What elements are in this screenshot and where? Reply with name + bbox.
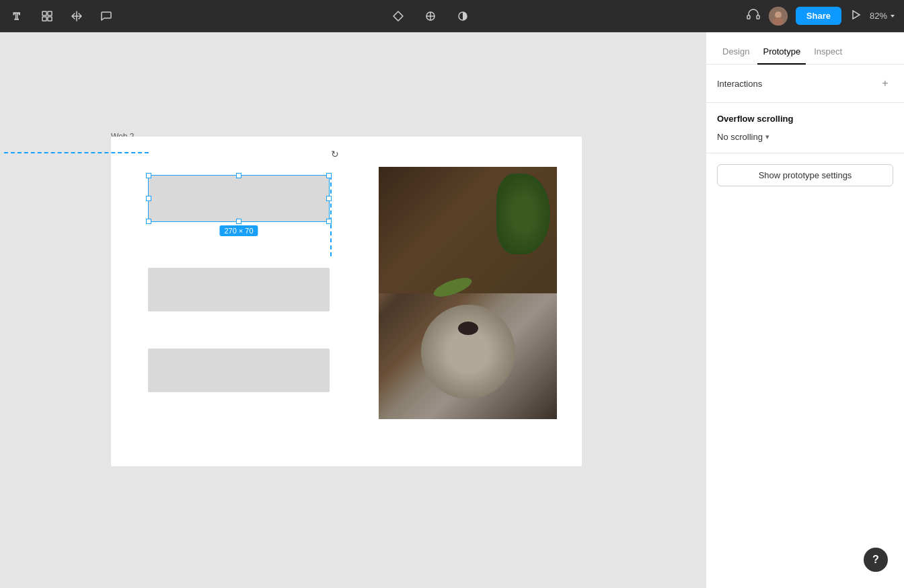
toolbar-center [116, 7, 746, 26]
svg-rect-4 [48, 17, 52, 21]
headphone-icon[interactable] [746, 7, 761, 25]
contrast-tool[interactable] [453, 7, 472, 26]
koala-image [379, 167, 557, 419]
svg-rect-7 [747, 15, 750, 19]
move-tool[interactable] [67, 7, 86, 26]
overflow-scrolling-title: Overflow scrolling [717, 114, 893, 124]
component-tool[interactable] [389, 7, 408, 26]
zoom-indicator[interactable]: 82% [870, 11, 896, 21]
toolbar-left: T [8, 7, 116, 26]
interactions-header: Interactions + [717, 75, 893, 91]
add-interaction-button[interactable]: + [877, 75, 893, 91]
dropdown-arrow: ▾ [765, 133, 769, 141]
handle-bottom-left[interactable] [146, 219, 151, 224]
dashed-line-vertical [330, 176, 332, 256]
handle-bottom-middle[interactable] [236, 219, 241, 224]
interactions-section: Interactions + [706, 65, 904, 103]
svg-rect-3 [42, 17, 46, 21]
text-tool[interactable]: T [8, 7, 27, 26]
svg-text:T: T [13, 11, 20, 22]
play-button[interactable] [850, 9, 862, 24]
tab-inspect[interactable]: Inspect [808, 40, 848, 65]
rotate-cursor: ↻ [331, 149, 339, 159]
avatar[interactable] [769, 7, 788, 26]
handle-top-right[interactable] [326, 173, 332, 178]
scrolling-value: No scrolling [717, 132, 763, 142]
tab-design[interactable]: Design [717, 40, 755, 65]
koala-nose [458, 322, 478, 335]
dashed-line-horizontal [4, 152, 149, 153]
canvas[interactable]: Web 2 ↻ 270 × 70 [0, 32, 706, 588]
overflow-scrolling-section: Overflow scrolling No scrolling ▾ [706, 103, 904, 153]
svg-marker-12 [853, 11, 860, 19]
frame-tool[interactable] [38, 7, 57, 26]
svg-rect-2 [48, 11, 52, 15]
toolbar-right: Share 82% [746, 7, 896, 26]
interactions-title: Interactions [717, 79, 762, 89]
handle-middle-right[interactable] [326, 196, 332, 201]
main-content: Web 2 ↻ 270 × 70 [0, 32, 904, 588]
handle-bottom-right[interactable] [326, 219, 332, 224]
handle-top-middle[interactable] [236, 173, 241, 178]
placeholder-rect-2 [148, 268, 330, 311]
koala-inner [379, 167, 557, 419]
svg-point-10 [775, 11, 782, 18]
right-panel: Design Prototype Inspect Interactions + … [706, 32, 904, 588]
selected-element[interactable]: ↻ 270 × 70 [148, 175, 330, 222]
panel-tabs: Design Prototype Inspect [706, 32, 904, 65]
tab-prototype[interactable]: Prototype [757, 40, 806, 65]
share-button[interactable]: Share [796, 7, 841, 25]
placeholder-rect-3 [148, 348, 330, 392]
svg-point-11 [773, 17, 784, 26]
svg-rect-8 [757, 15, 759, 19]
handle-middle-left[interactable] [146, 196, 151, 201]
handle-top-left[interactable] [146, 173, 151, 178]
mask-tool[interactable] [421, 7, 440, 26]
dimension-badge: 270 × 70 [219, 225, 258, 236]
svg-rect-1 [42, 11, 46, 15]
foliage [496, 174, 550, 254]
comment-tool[interactable] [97, 7, 116, 26]
scrolling-dropdown[interactable]: No scrolling ▾ [717, 132, 893, 142]
help-button[interactable]: ? [864, 548, 888, 572]
show-prototype-settings-button[interactable]: Show prototype settings [717, 164, 893, 186]
frame: ↻ 270 × 70 [111, 137, 582, 466]
koala-face [421, 305, 515, 399]
topbar: T [0, 0, 904, 32]
